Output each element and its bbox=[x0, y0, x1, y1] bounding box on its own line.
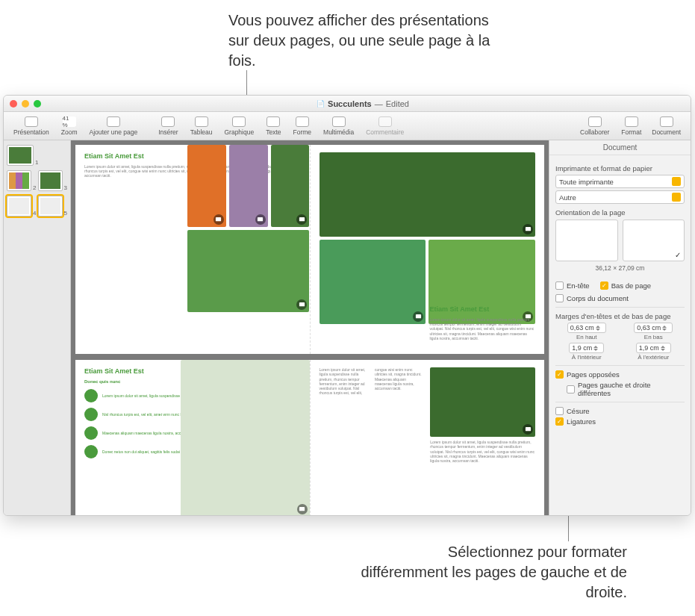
page-spread: Etiam Sit Amet Est Lorem ipsum dolor sit… bbox=[75, 145, 544, 354]
image-icon bbox=[413, 311, 423, 322]
footer-checkbox[interactable]: ✓ bbox=[600, 281, 608, 290]
image-icon bbox=[523, 224, 533, 234]
leaf-icon bbox=[84, 408, 98, 421]
document-inspector: Document Imprimante et format de papier … bbox=[549, 140, 691, 515]
svg-rect-3 bbox=[299, 302, 305, 305]
document-canvas[interactable]: Etiam Sit Amet Est Lorem ipsum dolor sit… bbox=[71, 140, 549, 515]
leaf-icon bbox=[84, 445, 98, 458]
svg-rect-1 bbox=[258, 217, 263, 220]
image-icon bbox=[523, 424, 533, 435]
section-label: Orientation de la page bbox=[555, 208, 685, 217]
file-icon: 📄 bbox=[317, 100, 325, 108]
text-button[interactable]: Texte bbox=[261, 116, 286, 136]
thumb-page[interactable] bbox=[38, 196, 63, 217]
zoom-button[interactable]: 41 %Zoom bbox=[56, 116, 83, 136]
leaf-icon bbox=[84, 389, 98, 402]
paper-select[interactable]: Autre bbox=[555, 190, 685, 204]
page-number: 3 bbox=[64, 184, 67, 191]
svg-rect-8 bbox=[525, 426, 530, 430]
image-icon bbox=[297, 504, 308, 514]
placeholder-image[interactable] bbox=[320, 240, 426, 324]
page-number: 5 bbox=[64, 210, 67, 217]
page-spread: Etiam Sit Amet Est Donec quis nunc Lorem… bbox=[75, 360, 544, 515]
printer-select[interactable]: Toute imprimante bbox=[555, 175, 685, 188]
maximize-icon[interactable] bbox=[34, 100, 41, 108]
comment-button[interactable]: Commentaire bbox=[361, 116, 409, 136]
placeholder-image[interactable] bbox=[181, 360, 309, 515]
chart-button[interactable]: Graphique bbox=[219, 116, 259, 136]
window-controls bbox=[10, 100, 41, 108]
view-button[interactable]: Présentation bbox=[8, 116, 54, 136]
image-icon bbox=[214, 214, 224, 225]
page-right: Lorem ipsum dolor sit amet, ligula suspe… bbox=[310, 360, 545, 515]
margin-top-stepper[interactable]: 0,63 cmEn haut bbox=[555, 323, 618, 340]
heading: Etiam Sit Amet Est bbox=[430, 305, 536, 314]
page-left: Etiam Sit Amet Est Lorem ipsum dolor sit… bbox=[75, 145, 310, 354]
placeholder-image[interactable] bbox=[430, 367, 535, 437]
ligatures-checkbox[interactable]: ✓ bbox=[555, 417, 564, 426]
orientation-landscape[interactable] bbox=[623, 220, 685, 261]
thumb-page[interactable] bbox=[7, 170, 31, 191]
body-checkbox[interactable] bbox=[555, 294, 564, 302]
facing-pages-checkbox[interactable]: ✓ bbox=[555, 370, 564, 379]
svg-rect-2 bbox=[299, 217, 305, 220]
collaborate-button[interactable]: Collaborer bbox=[575, 116, 614, 136]
page-number: 2 bbox=[33, 184, 36, 191]
section-label: Imprimante et format de papier bbox=[555, 164, 685, 172]
leaf-icon bbox=[84, 426, 98, 440]
table-button[interactable]: Tableau bbox=[185, 116, 218, 136]
header-checkbox[interactable] bbox=[555, 281, 564, 290]
page-right: Etiam Sit Amet Est Lorem ipsum dolor sit… bbox=[310, 145, 545, 354]
svg-rect-0 bbox=[216, 217, 221, 220]
callout-different-pages: Sélectionnez pour formater différemment … bbox=[358, 542, 627, 603]
body-text: Lorem ipsum dolor sit amet, ligula suspe… bbox=[320, 367, 425, 509]
hyphenation-checkbox[interactable] bbox=[555, 407, 564, 415]
insert-button[interactable]: Insérer bbox=[153, 116, 183, 136]
svg-rect-5 bbox=[416, 314, 421, 317]
thumb-page[interactable] bbox=[38, 170, 63, 191]
callout-two-pages: Vous pouvez afficher des présentations s… bbox=[228, 10, 505, 71]
image-icon bbox=[296, 214, 307, 225]
page-left: Etiam Sit Amet Est Donec quis nunc Lorem… bbox=[75, 360, 310, 515]
orientation-portrait[interactable] bbox=[555, 220, 618, 261]
document-title: 📄 Succulents — Edited bbox=[41, 99, 685, 108]
thumb-page[interactable] bbox=[7, 145, 34, 166]
placeholder-image[interactable] bbox=[320, 152, 536, 237]
image-icon bbox=[255, 214, 266, 225]
format-button[interactable]: Format bbox=[616, 116, 646, 136]
media-button[interactable]: Multimédia bbox=[318, 116, 359, 136]
chevron-down-icon bbox=[672, 177, 681, 186]
svg-rect-4 bbox=[525, 226, 530, 230]
close-icon[interactable] bbox=[10, 100, 17, 108]
placeholder-image[interactable] bbox=[229, 145, 268, 227]
body-text: Lorem ipsum dolor sit amet, ligula suspe… bbox=[430, 317, 536, 340]
page-number: 4 bbox=[33, 210, 36, 217]
shape-button[interactable]: Forme bbox=[288, 116, 317, 136]
titlebar: 📄 Succulents — Edited bbox=[4, 96, 691, 112]
image-icon bbox=[296, 299, 307, 310]
inspector-tab[interactable]: Document bbox=[549, 140, 691, 155]
different-lr-checkbox[interactable] bbox=[567, 385, 575, 393]
body-text: Lorem ipsum dolor sit amet, ligula suspe… bbox=[430, 440, 535, 509]
margin-outside-stepper[interactable]: 1,9 cmÀ l'extérieur bbox=[623, 343, 685, 361]
margin-bottom-stepper[interactable]: 0,63 cmEn bas bbox=[623, 323, 685, 340]
chevron-down-icon bbox=[672, 193, 681, 202]
page-thumbnails: 1 2 3 4 5 bbox=[4, 140, 71, 515]
placeholder-image[interactable] bbox=[187, 230, 309, 312]
minimize-icon[interactable] bbox=[22, 100, 29, 108]
margin-inside-stepper[interactable]: 1,9 cmÀ l'intérieur bbox=[555, 343, 618, 361]
document-button[interactable]: Document bbox=[646, 116, 686, 136]
section-label: Marges d'en-têtes et de bas de page bbox=[555, 312, 685, 320]
svg-rect-7 bbox=[299, 506, 305, 510]
placeholder-image[interactable] bbox=[187, 145, 226, 227]
page-number: 1 bbox=[35, 159, 38, 166]
placeholder-image[interactable] bbox=[271, 145, 310, 227]
pages-app-window: 📄 Succulents — Edited Présentation 41 %Z… bbox=[3, 95, 691, 516]
page-dimensions: 36,12 × 27,09 cm bbox=[555, 264, 685, 272]
add-page-button[interactable]: Ajouter une page bbox=[84, 116, 143, 136]
thumb-page[interactable] bbox=[7, 196, 31, 217]
toolbar: Présentation 41 %Zoom Ajouter une page I… bbox=[4, 112, 691, 140]
